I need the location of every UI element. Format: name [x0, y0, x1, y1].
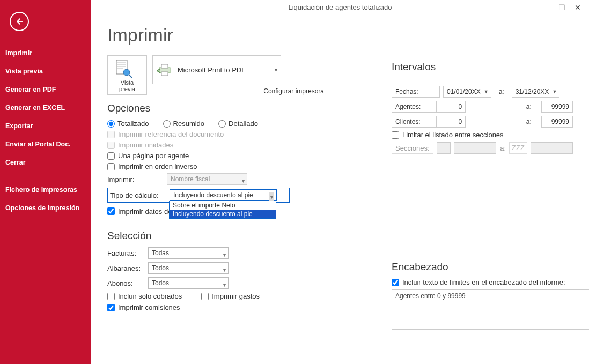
chk-solo-cobrados[interactable]: Incluir solo cobrados: [107, 292, 182, 300]
document-preview-icon: [112, 59, 134, 78]
facturas-label: Facturas:: [107, 249, 145, 257]
radio-detallado[interactable]: Detallado: [218, 120, 258, 128]
chevron-down-icon: ▾: [223, 250, 226, 261]
sidebar-separator: [5, 177, 86, 177]
window-restore-icon[interactable]: ☐: [555, 0, 569, 15]
a-label: a:: [499, 144, 506, 152]
svg-rect-4: [161, 72, 168, 76]
chevron-down-icon: ▾: [242, 176, 245, 187]
chk-imprimir-gastos[interactable]: Imprimir gastos: [201, 292, 260, 300]
chevron-down-icon: ▾: [223, 280, 226, 291]
chk-orden-inverso[interactable]: Imprimir en orden inverso: [107, 162, 197, 170]
imprimir-field-label: Imprimir:: [107, 175, 164, 183]
secciones-from-name: [454, 142, 496, 154]
fechas-label: Fechas:: [392, 86, 440, 98]
page-title: Imprimir: [107, 25, 573, 46]
vista-previa-label: Vista previa: [112, 79, 142, 92]
fecha-hasta-input[interactable]: 31/12/20XX▼: [512, 86, 560, 98]
sidebar-item-generar-excel[interactable]: Generar en EXCEL: [0, 99, 91, 117]
printer-select[interactable]: Microsoft Print to PDF ▾: [152, 55, 281, 84]
sidebar-item-opciones-impresion[interactable]: Opciones de impresión: [0, 199, 91, 217]
albaranes-combo[interactable]: Todos▾: [148, 262, 229, 274]
svg-rect-3: [161, 64, 168, 68]
abonos-label: Abonos:: [107, 279, 145, 287]
configurar-impresora-link[interactable]: Configurar impresora: [152, 87, 324, 95]
sidebar-item-generar-pdf[interactable]: Generar en PDF: [0, 80, 91, 99]
sidebar-item-vista-previa[interactable]: Vista previa: [0, 62, 91, 80]
tipo-calculo-label: Tipo de cálculo:: [110, 191, 166, 199]
a-label: a:: [499, 88, 504, 95]
a-label: a:: [523, 101, 535, 113]
radio-totalizado[interactable]: Totalizado: [107, 120, 149, 128]
secciones-from-code: [437, 142, 451, 154]
radio-resumido[interactable]: Resumido: [163, 120, 205, 128]
sidebar-item-exportar[interactable]: Exportar: [0, 117, 91, 135]
chk-incluir-texto[interactable]: Incluir texto de límites en el encabezad…: [392, 278, 565, 286]
imprimir-combo: Nombre fiscal▾: [167, 173, 247, 185]
abonos-combo[interactable]: Todos▾: [148, 277, 229, 289]
facturas-combo[interactable]: Todas▾: [148, 247, 229, 259]
printer-dropdown-arrow-icon[interactable]: ▾: [275, 67, 277, 73]
clientes-from-input[interactable]: 0: [458, 118, 462, 125]
sidebar-item-fichero-impresoras[interactable]: Fichero de impresoras: [0, 181, 91, 199]
agentes-to-input[interactable]: 99999: [551, 103, 569, 110]
sidebar-item-enviar-portal[interactable]: Enviar al Portal Doc.: [0, 135, 91, 153]
tipo-option-neto[interactable]: Sobre el importe Neto: [170, 201, 276, 210]
sidebar-item-imprimir[interactable]: Imprimir: [0, 44, 91, 62]
chk-una-pagina[interactable]: Una página por agente: [107, 152, 189, 160]
chevron-down-icon: ▼: [484, 89, 489, 94]
chevron-down-icon: ▼: [552, 89, 557, 94]
a-label: a:: [523, 116, 535, 128]
back-button[interactable]: [10, 12, 29, 31]
secciones-to-code: ZZZ: [509, 142, 527, 154]
arrow-left-icon: [14, 17, 24, 26]
clientes-to-input[interactable]: 99999: [551, 118, 569, 125]
encabezado-heading: Encabezado: [392, 261, 573, 273]
printer-name: Microsoft Print to PDF: [178, 66, 246, 74]
clientes-label: Clientes:: [392, 116, 437, 128]
tipo-option-descuento[interactable]: Incluyendo descuento al pie: [170, 210, 276, 218]
chevron-down-icon: ▾: [223, 265, 226, 276]
window-title: Liquidación de agentes totalizado: [289, 3, 392, 11]
vista-previa-button[interactable]: Vista previa: [107, 55, 147, 95]
window-close-icon[interactable]: ✕: [571, 0, 585, 15]
encabezado-textarea[interactable]: Agentes entre 0 y 99999: [392, 289, 589, 330]
chk-imprimir-datos[interactable]: Imprimir datos de: [107, 207, 172, 216]
chk-imprimir-comisiones[interactable]: Imprimir comisiones: [107, 303, 180, 311]
chk-limitar-secciones[interactable]: Limitar el listado entre secciones: [392, 131, 504, 139]
secciones-to-name: [531, 142, 573, 154]
agentes-label: Agentes:: [392, 101, 437, 113]
sidebar-item-cerrar[interactable]: Cerrar: [0, 153, 91, 172]
chk-imprimir-referencia: Imprimir referencia del documento: [107, 130, 224, 138]
secciones-label: Secciones:: [392, 143, 433, 154]
tipo-calculo-combo[interactable]: Incluyendo descuento al pie▾: [170, 189, 277, 201]
albaranes-label: Albaranes:: [107, 264, 145, 272]
intervalos-heading: Intervalos: [392, 61, 573, 73]
chk-imprimir-unidades: Imprimir unidades: [107, 141, 173, 149]
printer-icon: [156, 62, 173, 77]
fecha-desde-input[interactable]: 01/01/20XX▼: [443, 86, 491, 98]
agentes-from-input[interactable]: 0: [458, 103, 462, 110]
